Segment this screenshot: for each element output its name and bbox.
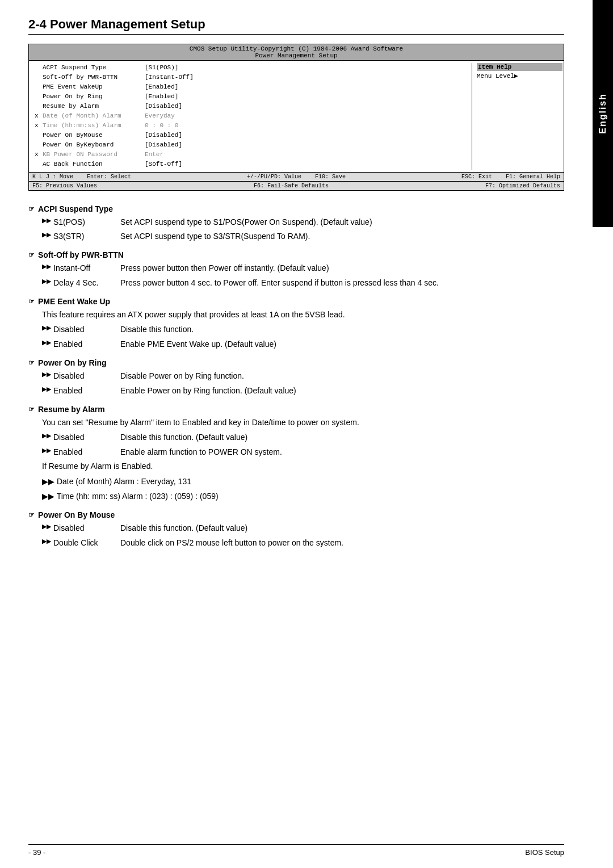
bios-row: xTime (hh:mm:ss) Alarm0 : 0 : 0 (35, 121, 252, 131)
subsection-item: ▶▶Double ClickDouble click on PS/2 mouse… (42, 536, 564, 549)
doc-section-acpi-suspend-type: ☞ACPI Suspend Type▶▶S1(POS)Set ACPI susp… (28, 204, 564, 243)
sub-value: Disable this function. (120, 323, 564, 336)
bios-header: CMOS Setup Utility-Copyright (C) 1984-20… (29, 44, 564, 61)
item-label: Enabled (53, 384, 82, 397)
subsection-item: ▶▶EnabledEnable Power on by Ring functio… (42, 384, 564, 397)
section-heading-pme-eent-wake-up: ☞PME Eent Wake Up (28, 297, 564, 306)
heading-text: ACPI Suspend Type (38, 204, 113, 213)
footer-esc: ESC: Exit F1: General Help (461, 174, 560, 180)
sub-label: ▶▶Enabled (42, 384, 116, 397)
item-label: Delay 4 Sec. (53, 276, 98, 289)
arrow-icon: ☞ (28, 297, 35, 305)
sub-value: Disable Power on by Ring function. (120, 370, 564, 382)
sub-label: ▶▶Delay 4 Sec. (42, 276, 116, 289)
doc-section-power-on-by-mouse: ☞Power On By Mouse▶▶DisabledDisable this… (28, 510, 564, 549)
bios-row: Resume by Alarm[Disabled] (35, 102, 252, 111)
double-arrow-icon: ▶▶ (42, 338, 51, 348)
subsection-row: ▶▶EnabledEnable Power on by Ring functio… (42, 384, 564, 397)
sub-value: Enable PME Event Wake up. (Default value… (120, 338, 564, 350)
extra-text: ▶▶ Date (of Month) Alarm : Everyday, 131 (42, 475, 564, 488)
sub-value: Enable Power on by Ring function. (Defau… (120, 384, 564, 397)
subsection-item: ▶▶DisabledDisable this function. (Defaul… (42, 431, 564, 443)
english-sidebar: English (593, 0, 613, 227)
double-arrow-icon: ▶▶ (42, 216, 51, 226)
item-label: Instant-Off (53, 262, 90, 274)
footer-value: +/-/PU/PD: Value F10: Save (247, 174, 346, 180)
sub-label: ▶▶Double Click (42, 536, 116, 549)
bios-row: xKB Power ON PasswordEnter (35, 150, 252, 160)
sub-value: Press power button then Power off instan… (120, 262, 564, 274)
menu-level: Menu Level▶ (477, 72, 562, 79)
bios-row: AC Back Function[Soft-Off] (35, 160, 252, 169)
subsection-item: ▶▶DisabledDisable this function. (42, 323, 564, 336)
arrow-icon: ☞ (28, 405, 35, 413)
item-label: Enabled (53, 338, 82, 350)
bios-header-line1: CMOS Setup Utility-Copyright (C) 1984-20… (29, 45, 564, 52)
sub-label: ▶▶Enabled (42, 338, 116, 350)
sub-value: Double click on PS/2 mouse left button t… (120, 536, 564, 549)
footer-label: BIOS Setup (525, 848, 564, 857)
item-label: S3(STR) (53, 230, 84, 242)
subsection-item: ▶▶Instant-OffPress power button then Pow… (42, 262, 564, 274)
double-arrow-icon: ▶▶ (42, 446, 51, 456)
bios-row: Power On by Ring[Enabled] (35, 92, 252, 102)
sub-value: Set ACPI suspend type to S1/POS(Power On… (120, 216, 564, 228)
subsection-row: ▶▶S3(STR)Set ACPI suspend type to S3/STR… (42, 230, 564, 242)
subsection-row: ▶▶Double ClickDouble click on PS/2 mouse… (42, 536, 564, 549)
subsection-row: ▶▶DisabledDisable this function. (Defaul… (42, 522, 564, 534)
sub-label: ▶▶S3(STR) (42, 230, 116, 242)
body-text: You can set "Resume by Alarm" item to En… (42, 416, 564, 429)
subsection-item: ▶▶S1(POS)Set ACPI suspend type to S1/POS… (42, 216, 564, 228)
subsection-item: ▶▶EnabledEnable PME Event Wake up. (Defa… (42, 338, 564, 350)
item-label: Disabled (53, 522, 84, 534)
doc-section-resume-by-alarm: ☞Resume by AlarmYou can set "Resume by A… (28, 405, 564, 502)
footer-f7: F7: Optimized Defaults (485, 183, 560, 189)
subsection-item: ▶▶S3(STR)Set ACPI suspend type to S3/STR… (42, 230, 564, 242)
extra-text: ▶▶ Time (hh: mm: ss) Alarm : (023) : (05… (42, 490, 564, 502)
sub-label: ▶▶Disabled (42, 370, 116, 382)
doc-section-soft-off-by-pwr-bttn: ☞Soft-Off by PWR-BTTN▶▶Instant-OffPress … (28, 250, 564, 289)
bios-left-panel: ACPI Suspend Type[S1(POS)] Soft-Off by P… (30, 63, 252, 170)
subsection-row: ▶▶Instant-OffPress power button then Pow… (42, 262, 564, 274)
sub-value: Set ACPI suspend type to S3/STR(Suspend … (120, 230, 564, 242)
section-heading-power-on-by-ring: ☞Power On by Ring (28, 358, 564, 367)
extra-text: If Resume by Alarm is Enabled. (42, 460, 564, 472)
sub-value: Disable this function. (Default value) (120, 431, 564, 443)
double-arrow-icon: ▶▶ (42, 323, 51, 333)
double-arrow-icon: ▶▶ (42, 384, 51, 395)
subsection-item: ▶▶EnabledEnable alarm function to POWER … (42, 446, 564, 458)
item-label: S1(POS) (53, 216, 85, 228)
subsection-item: ▶▶DisabledDisable Power on by Ring funct… (42, 370, 564, 382)
bios-footer2: F5: Previous Values F6: Fail-Safe Defaul… (29, 181, 564, 190)
footer-page: - 39 - (28, 848, 45, 857)
double-arrow-icon: ▶▶ (42, 536, 51, 547)
bios-row: Power On ByMouse[Disabled] (35, 131, 252, 140)
double-arrow-icon: ▶▶ (42, 370, 51, 380)
subsection-row: ▶▶EnabledEnable PME Event Wake up. (Defa… (42, 338, 564, 350)
double-arrow-icon: ▶▶ (42, 522, 51, 532)
arrow-icon: ☞ (28, 511, 35, 519)
bios-footer: K L J ↑ Move Enter: Select +/-/PU/PD: Va… (29, 172, 564, 181)
item-label: Disabled (53, 323, 84, 336)
arrow-icon: ☞ (28, 251, 35, 259)
bios-screen: CMOS Setup Utility-Copyright (C) 1984-20… (28, 44, 564, 191)
section-title: 2-4 Power Management Setup (28, 17, 564, 35)
page-footer: - 39 - BIOS Setup (28, 844, 564, 857)
subsection-row: ▶▶EnabledEnable alarm function to POWER … (42, 446, 564, 458)
sub-label: ▶▶Instant-Off (42, 262, 116, 274)
sub-value: Press power button 4 sec. to Power off. … (120, 276, 564, 289)
double-arrow-icon: ▶▶ (42, 431, 51, 441)
subsection-row: ▶▶Delay 4 Sec.Press power button 4 sec. … (42, 276, 564, 289)
section-heading-resume-by-alarm: ☞Resume by Alarm (28, 405, 564, 414)
sub-label: ▶▶Disabled (42, 522, 116, 534)
subsection-row: ▶▶DisabledDisable Power on by Ring funct… (42, 370, 564, 382)
bios-header-line2: Power Management Setup (29, 52, 564, 59)
item-label: Enabled (53, 446, 82, 458)
heading-text: Soft-Off by PWR-BTTN (38, 250, 124, 259)
item-label: Disabled (53, 370, 84, 382)
double-arrow-icon: ▶▶ (42, 276, 51, 287)
bios-row: Soft-Off by PWR-BTTN[Instant-Off] (35, 73, 252, 82)
heading-text: Resume by Alarm (38, 405, 105, 414)
bios-row: Power On ByKeyboard[Disabled] (35, 140, 252, 150)
double-arrow-icon: ▶▶ (42, 262, 51, 272)
